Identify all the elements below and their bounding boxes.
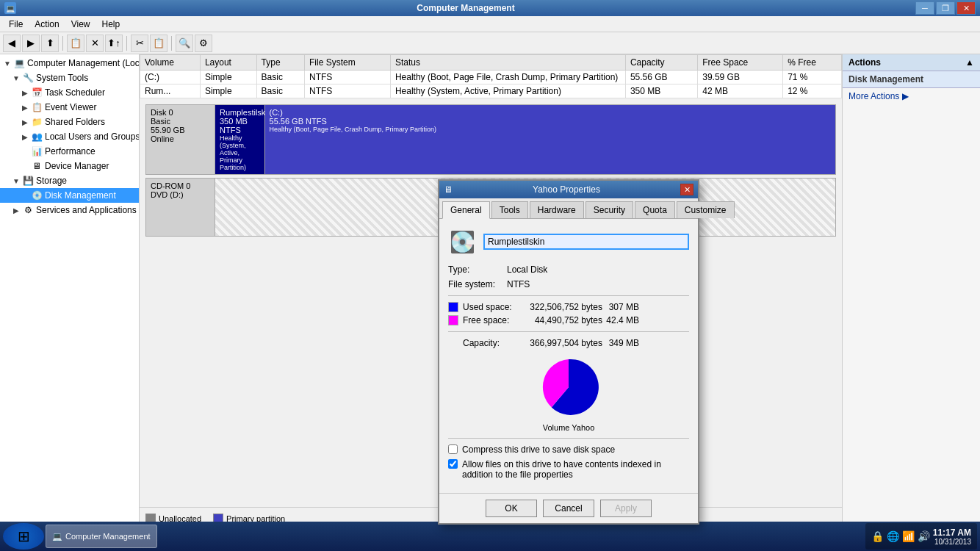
cell-status-1: Healthy (Boot, Page File, Crash Dump, Pr… [390,71,625,84]
disk-management-label: Disk Management [45,190,116,201]
disk0-size: 55.90 GB [151,126,210,134]
table-row[interactable]: Rum... Simple Basic NTFS Healthy (System… [140,84,842,98]
cell-status-2: Healthy (System, Active, Primary Partiti… [390,84,625,98]
more-actions-link[interactable]: More Actions ▶ [843,88,980,104]
volume-label: Volume Yahoo [543,423,595,432]
cell-freespace-1: 39.59 GB [698,71,783,84]
col-percentfree[interactable]: % Free [783,55,842,71]
title-bar: 💻 Computer Management ─ ❐ ✕ [0,0,980,16]
toolbar-up[interactable]: ⬆ [41,35,59,52]
tab-hardware[interactable]: Hardware [530,201,584,218]
col-type[interactable]: Type [256,55,304,71]
sidebar-item-disk-management[interactable]: 💿 Disk Management [0,188,139,203]
drive-name-input[interactable] [483,234,689,250]
sidebar-item-event-viewer[interactable]: ▶ 📋 Event Viewer [0,100,139,115]
col-layout[interactable]: Layout [200,55,256,71]
sidebar-item-storage[interactable]: ▼ 💾 Storage [0,173,139,188]
used-space-mb: 307 MB [602,302,639,312]
more-actions-chevron: ▶ [902,91,909,101]
dialog-close-button[interactable]: ✕ [680,184,693,195]
sidebar-item-services[interactable]: ▶ ⚙ Services and Applications [0,203,139,217]
sidebar-item-performance[interactable]: 📊 Performance [0,144,139,159]
cell-layout-2: Simple [200,84,256,98]
sidebar-item-device-manager[interactable]: 🖥 Device Manager [0,159,139,173]
taskbar-app-icon: 💻 [52,532,62,541]
tab-general[interactable]: General [442,201,490,219]
event-viewer-icon: 📋 [31,101,43,113]
menu-view[interactable]: View [65,18,96,31]
col-volume[interactable]: Volume [140,55,201,71]
divider2 [448,331,689,332]
partition-c[interactable]: (C:) 55.56 GB NTFS Healthy (Boot, Page F… [265,105,835,174]
partition-status: Healthy (System, Active, Primary Partiti… [220,134,260,171]
toolbar-back[interactable]: ◀ [3,35,21,52]
type-value: Local Disk [507,264,547,275]
performance-icon: 📊 [31,145,43,157]
toolbar-delete[interactable]: ✕ [86,35,104,52]
right-panel-title: Actions [849,57,881,68]
col-status[interactable]: Status [390,55,625,71]
toolbar-cut[interactable]: ✂ [131,35,148,52]
compress-checkbox[interactable] [448,444,458,454]
restore-button[interactable]: ❐ [936,1,955,15]
apply-button[interactable]: Apply [600,500,652,517]
toolbar-properties[interactable]: ⬆↑ [105,35,123,52]
col-capacity[interactable]: Capacity [625,55,697,71]
toolbar-sep1 [62,36,63,51]
menu-file[interactable]: File [3,18,29,31]
menu-help[interactable]: Help [96,18,126,31]
dialog-icon: 🖥 [444,184,453,195]
sidebar: ▼ 💻 Computer Management (Local ▼ 🔧 Syste… [0,54,140,529]
expander-disk-management [21,191,29,200]
partition-rumple[interactable]: Rumplestilskin 350 MB NTFS Healthy (Syst… [215,105,265,174]
taskbar-tray: 🔒 🌐 📶 🔊 11:17 AM 10/31/2013 [865,523,977,550]
col-filesystem[interactable]: File System [305,55,391,71]
close-button[interactable]: ✕ [956,1,976,15]
tab-security[interactable]: Security [586,201,633,218]
cell-capacity-2: 350 MB [625,84,697,98]
task-scheduler-icon: 📅 [31,87,43,98]
disk0-partitions: Rumplestilskin 350 MB NTFS Healthy (Syst… [215,104,836,175]
toolbar-copy[interactable]: 📋 [150,35,167,52]
tab-customize[interactable]: Customize [677,201,735,218]
sidebar-item-system-tools[interactable]: ▼ 🔧 System Tools [0,71,139,85]
sidebar-item-local-users[interactable]: ▶ 👥 Local Users and Groups [0,129,139,144]
cdrom0-label: CD-ROM 0 DVD (D:) [145,178,215,237]
tab-quota[interactable]: Quota [635,201,675,218]
tab-tools[interactable]: Tools [491,201,528,218]
menu-action[interactable]: Action [29,18,65,31]
sidebar-item-shared-folders[interactable]: ▶ 📁 Shared Folders [0,115,139,129]
toolbar-search[interactable]: 🔍 [176,35,193,52]
cdrom0-name: CD-ROM 0 [151,181,210,190]
dialog-content: 💽 Type: Local Disk File system: NTFS Use… [439,219,698,493]
table-row[interactable]: (C:) Simple Basic NTFS Healthy (Boot, Pa… [140,71,842,84]
event-viewer-label: Event Viewer [45,102,96,112]
cell-percent-1: 71 % [783,71,842,84]
cancel-button[interactable]: Cancel [543,500,594,517]
col-freespace[interactable]: Free Space [698,55,783,71]
ok-button[interactable]: OK [486,500,537,517]
cell-type-1: Basic [256,71,304,84]
divider1 [448,295,689,296]
start-button[interactable]: ⊞ [3,523,44,550]
capacity-mb: 349 MB [602,338,639,348]
minimize-button[interactable]: ─ [915,1,934,15]
taskbar-app-button[interactable]: 💻 Computer Management [46,525,157,548]
toolbar-show-hide[interactable]: 📋 [67,35,84,52]
toolbar-settings[interactable]: ⚙ [195,35,212,52]
disk-management-actions-label: Disk Management [849,74,923,84]
title-bar-left: 💻 [4,2,16,14]
root-label: Computer Management (Local [27,58,140,68]
toolbar: ◀ ▶ ⬆ 📋 ✕ ⬆↑ ✂ 📋 🔍 ⚙ [0,32,980,54]
sidebar-item-task-scheduler[interactable]: ▶ 📅 Task Scheduler [0,85,139,100]
toolbar-forward[interactable]: ▶ [22,35,40,52]
task-scheduler-label: Task Scheduler [45,87,105,98]
sidebar-root[interactable]: ▼ 💻 Computer Management (Local [0,56,139,71]
index-checkbox[interactable] [448,459,458,469]
expander-root: ▼ [3,59,12,68]
drive-header: 💽 [448,228,689,256]
used-space-label: Used space: [463,302,522,312]
device-manager-label: Device Manager [45,161,109,171]
local-users-icon: 👥 [31,131,43,143]
cell-type-2: Basic [256,84,304,98]
